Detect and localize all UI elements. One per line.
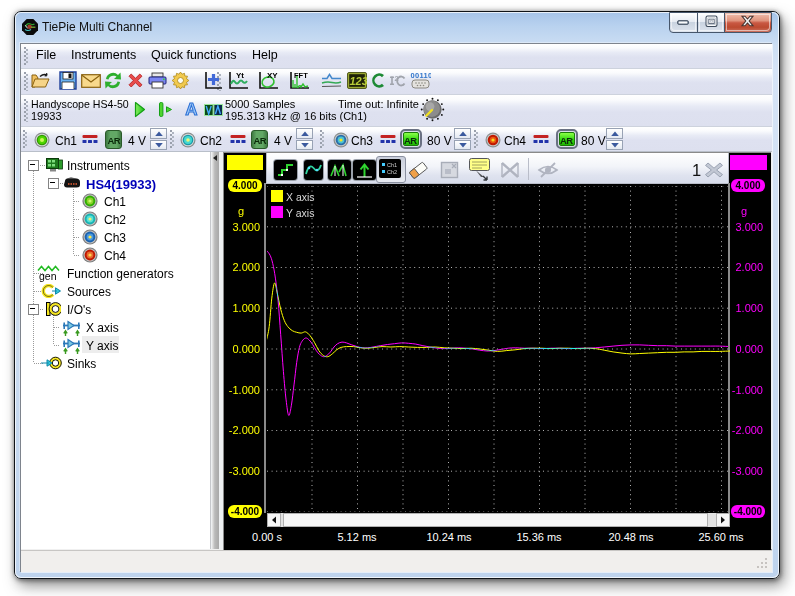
svg-text:123: 123 <box>350 75 368 87</box>
svg-text:FFT: FFT <box>294 71 308 80</box>
svg-text:Yt: Yt <box>236 71 244 80</box>
svg-text:A: A <box>185 100 197 118</box>
svg-text:00110: 00110 <box>411 71 432 80</box>
svg-text:Ch1: Ch1 <box>387 162 397 168</box>
svg-text:XY: XY <box>267 71 278 80</box>
svg-text:gen: gen <box>39 270 57 282</box>
svg-text:Ch2: Ch2 <box>387 169 397 175</box>
